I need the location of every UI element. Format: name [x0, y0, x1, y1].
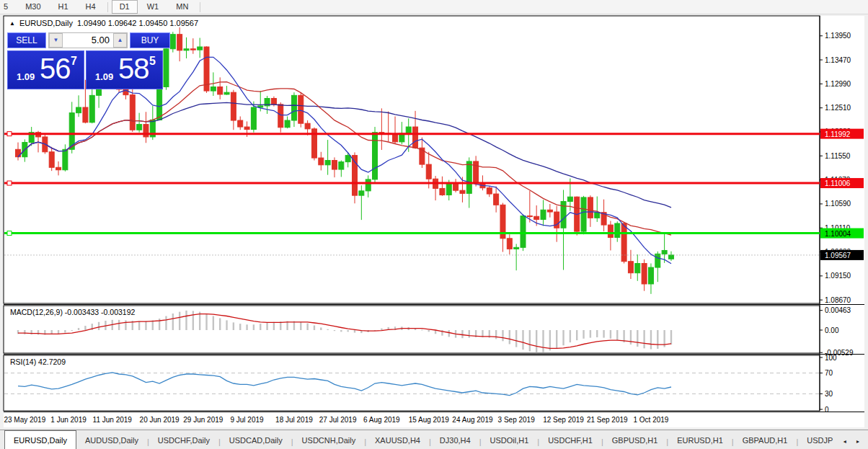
macd-histogram-bar: [273, 322, 275, 330]
buy-price-pip: 5: [149, 55, 156, 68]
candle-body: [635, 264, 640, 273]
sell-button[interactable]: SELL: [7, 32, 46, 48]
sell-price-prefix: 1.09: [17, 71, 35, 82]
candle-body: [184, 49, 189, 50]
volume-down-icon[interactable]: ▼: [49, 33, 63, 48]
date-axis-label: 6 Aug 2019: [363, 416, 400, 424]
candle-body: [628, 262, 633, 273]
chart-tab-usdcad-daily[interactable]: USDCAD,Daily: [221, 431, 291, 449]
candle-body: [440, 188, 445, 195]
sell-price-pip: 7: [71, 55, 77, 68]
candle-body: [190, 49, 195, 50]
macd-histogram-bar: [630, 330, 632, 344]
volume-input[interactable]: 5.00: [63, 33, 113, 48]
candle-body: [621, 223, 626, 262]
macd-histogram-bar: [509, 330, 510, 344]
line-anchor-handle[interactable]: [7, 181, 12, 185]
price-axis-label: 1.09150: [825, 272, 851, 280]
axis-price-flag-label: 1.11006: [825, 179, 851, 187]
macd-histogram-bar: [562, 330, 564, 345]
chart-tab-xauusd-h4[interactable]: XAUUSD,H4: [366, 431, 429, 449]
chart-tab-usdoil-h1[interactable]: USDOil,H1: [482, 431, 538, 449]
candle-body: [278, 105, 283, 128]
candle-body: [143, 125, 149, 137]
chart-tab-dj30-h4[interactable]: DJ30,H4: [431, 431, 479, 449]
macd-histogram-bar: [152, 320, 154, 330]
date-axis-label: 1 Oct 2019: [633, 416, 668, 424]
candle-body: [534, 216, 539, 219]
macd-histogram-bar: [253, 324, 254, 330]
candle-body: [413, 127, 418, 148]
macd-histogram-bar: [596, 330, 598, 337]
candle-body: [662, 250, 667, 254]
candle-body: [446, 184, 451, 195]
sell-price-digits: 56: [40, 53, 71, 85]
candle-body: [406, 127, 411, 133]
chart-tab-gbpaud-h1[interactable]: GBPAUD,H1: [734, 431, 797, 449]
candle-body: [521, 216, 526, 248]
candle-body: [218, 87, 223, 94]
chart-tab-usdcnh-daily[interactable]: USDCNH,Daily: [293, 431, 365, 449]
candle-body: [494, 194, 499, 205]
candle-body: [668, 255, 673, 259]
macd-histogram-bar: [616, 330, 618, 340]
macd-histogram-bar: [172, 314, 174, 330]
macd-histogram-bar: [576, 330, 577, 340]
candle-body: [595, 213, 600, 218]
macd-histogram-bar: [428, 330, 430, 332]
date-axis-label: 29 Jun 2019: [183, 416, 223, 424]
buy-button[interactable]: BUY: [130, 32, 170, 48]
date-axis-label: 15 Aug 2019: [409, 416, 450, 424]
price-axis-label: 1.12990: [825, 80, 851, 88]
macd-histogram-bar: [233, 322, 234, 330]
candle-body: [642, 264, 647, 284]
buy-price-box[interactable]: 1.09 58 5: [86, 50, 163, 89]
macd-histogram-bar: [529, 330, 531, 352]
candle-body: [453, 184, 459, 190]
tab-scroll-arrows-icon[interactable]: ◂ ▸: [843, 438, 868, 449]
chart-tab-eurusd-h1[interactable]: EURUSD,H1: [668, 431, 732, 449]
candle-body: [251, 107, 256, 130]
macd-histogram-bar: [657, 330, 658, 349]
macd-histogram-bar: [226, 320, 227, 330]
macd-histogram-bar: [125, 320, 126, 330]
candle-body: [16, 149, 21, 156]
chart-tab-usdchf-daily[interactable]: USDCHF,Daily: [149, 431, 218, 449]
macd-histogram-bar: [340, 330, 342, 332]
chart-tab-usdchf-h1[interactable]: USDCHF,H1: [539, 431, 601, 449]
macd-histogram-bar: [549, 330, 551, 350]
macd-histogram-bar: [461, 330, 463, 338]
sell-price-box[interactable]: 1.09 56 7: [7, 50, 84, 89]
macd-histogram-bar: [179, 312, 180, 330]
line-anchor-handle[interactable]: [7, 231, 12, 236]
price-axis-label: 1.10590: [825, 200, 851, 208]
chart-title: ▲ EURUSD,Daily 1.09490 1.09642 1.09450 1…: [9, 19, 198, 27]
macd-histogram-bar: [78, 328, 79, 330]
candle-body: [224, 92, 229, 94]
candle-body: [547, 210, 552, 212]
macd-histogram-bar: [24, 330, 25, 334]
candle-body: [244, 127, 249, 129]
chart-tab-usdjp[interactable]: USDJP: [798, 431, 841, 449]
collapse-triangle-icon[interactable]: ▲: [9, 20, 15, 27]
chart-tab-eurusd-daily[interactable]: EURUSD,Daily: [4, 430, 76, 449]
date-axis-label: 27 Jul 2019: [319, 416, 357, 424]
current-price-flag-label: 1.09567: [825, 252, 851, 259]
macd-histogram-bar: [643, 330, 645, 348]
chart-tab-gbpusd-h1[interactable]: GBPUSD,H1: [603, 431, 667, 449]
macd-histogram-bar: [570, 330, 571, 342]
line-anchor-handle[interactable]: [7, 132, 12, 136]
candle-body: [198, 47, 203, 50]
rsi-axis-label: 0: [825, 406, 829, 414]
macd-histogram-bar: [84, 326, 86, 330]
candle-body: [157, 87, 162, 120]
chart-tab-audusd-daily[interactable]: AUDUSD,Daily: [76, 431, 147, 449]
macd-histogram-bar: [118, 320, 120, 330]
macd-histogram-bar: [495, 330, 497, 339]
macd-axis-label: 0.00: [825, 326, 839, 334]
date-axis-label: 3 Sep 2019: [498, 416, 536, 424]
candle-body: [648, 267, 653, 284]
date-axis-label: 21 Sep 2019: [587, 416, 628, 424]
candle-body: [393, 134, 398, 142]
volume-up-icon[interactable]: ▲: [113, 33, 127, 48]
